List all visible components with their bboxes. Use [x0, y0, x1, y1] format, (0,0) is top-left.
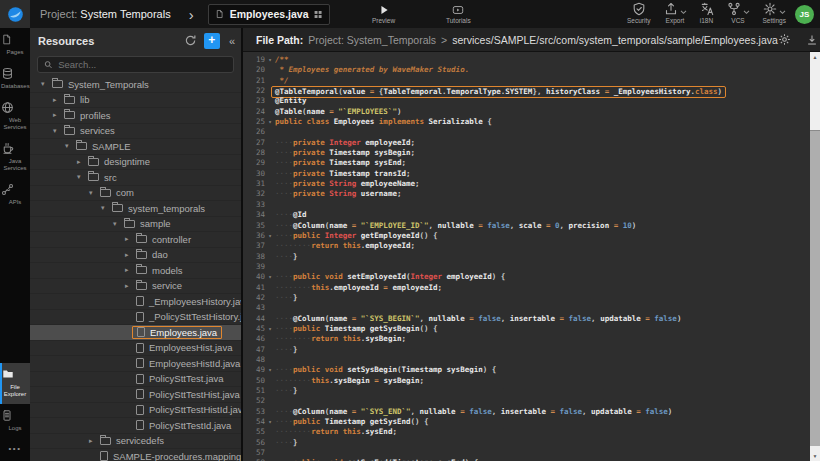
code-line-23[interactable]: 23@Entity: [243, 96, 810, 106]
code-line-20[interactable]: 20 * Employees generated by WaveMaker St…: [243, 65, 810, 75]
code-line-42[interactable]: 42····}: [243, 293, 810, 303]
rail-item-apis[interactable]: APIs: [0, 178, 30, 212]
i18n-button[interactable]: i18N: [700, 2, 714, 24]
user-avatar[interactable]: JS: [795, 5, 814, 24]
collapse-arrow-icon[interactable]: ▾: [41, 80, 52, 88]
fold-arrow-icon[interactable]: ▾: [265, 231, 275, 241]
tree-item-lib[interactable]: ▸lib: [30, 93, 241, 109]
code-line-55[interactable]: 55········return this.sysEnd;: [243, 427, 810, 437]
tree-item-sample[interactable]: ▾sample: [30, 217, 241, 233]
code-line-48[interactable]: 48: [243, 355, 810, 365]
rail-item-file-explorer[interactable]: File Explorer: [0, 363, 30, 404]
code-line-50[interactable]: 50········this.sysBegin = sysBegin;: [243, 376, 810, 386]
preview-button[interactable]: Preview: [372, 2, 395, 24]
rail-item-java-services[interactable]: Java Services: [0, 137, 30, 178]
tree-item-policystttest-java[interactable]: PolicySttTest.java: [30, 372, 241, 388]
code-line-38[interactable]: 38····}: [243, 252, 810, 262]
export-button[interactable]: Export: [664, 2, 687, 24]
tree-item-system-temporals[interactable]: ▾system_temporals: [30, 201, 241, 217]
tree-item--policystttesthistory-java[interactable]: _PolicySttTestHistory.java: [30, 310, 241, 326]
rail-more-button[interactable]: •••: [0, 438, 30, 461]
tree-item--employeeshistory-java[interactable]: _EmployeesHistory.java: [30, 294, 241, 310]
tree-item-sample[interactable]: ▾SAMPLE: [30, 139, 241, 155]
tree-item-servicedefs[interactable]: ▸servicedefs: [30, 434, 241, 450]
fold-arrow-icon[interactable]: ▾: [265, 324, 275, 334]
add-resource-button[interactable]: +: [204, 33, 220, 49]
collapse-arrow-icon[interactable]: ▾: [113, 220, 124, 228]
code-line-36[interactable]: 36▾····public Integer getEmployeeId() {: [243, 231, 810, 241]
code-line-34[interactable]: 34····@Id: [243, 210, 810, 220]
code-line-54[interactable]: 54▾····public Timestamp getSysEnd() {: [243, 417, 810, 427]
code-line-40[interactable]: 40▾····public void setEmployeeId(Integer…: [243, 272, 810, 282]
code-line-27[interactable]: 27····private Integer employeeId;: [243, 138, 810, 148]
fold-arrow-icon[interactable]: ▾: [265, 55, 275, 65]
expand-arrow-icon[interactable]: ▸: [125, 282, 136, 290]
tutorials-button[interactable]: Tutorials: [446, 2, 471, 24]
tree-item-policystttestid-java[interactable]: PolicySttTestId.java: [30, 418, 241, 434]
code-line-53[interactable]: 53····@Column(name = "`SYS_END`", nullab…: [243, 407, 810, 417]
security-button[interactable]: Security: [627, 2, 650, 24]
editor-scrollbar[interactable]: ▲ ▼: [810, 52, 820, 461]
code-line-33[interactable]: 33: [243, 200, 810, 210]
refresh-icon[interactable]: [184, 34, 197, 47]
code-line-37[interactable]: 37········return this.employeeId;: [243, 241, 810, 251]
fold-arrow-icon[interactable]: ▾: [265, 417, 275, 427]
scrollbar-thumb[interactable]: [810, 130, 820, 446]
collapse-arrow-icon[interactable]: ▾: [77, 173, 88, 181]
tree-item-controller[interactable]: ▸controller: [30, 232, 241, 248]
code-line-29[interactable]: 29····private Timestamp sysEnd;: [243, 158, 810, 168]
tree-item-service[interactable]: ▸service: [30, 279, 241, 295]
expand-arrow-icon[interactable]: ▸: [125, 251, 136, 259]
tree-item-policystttesthistid-java[interactable]: PolicySttTestHistId.java: [30, 403, 241, 419]
code-line-25[interactable]: 25▾public class Employees implements Ser…: [243, 117, 810, 127]
tree-item-policystttesthist-java[interactable]: PolicySttTestHist.java: [30, 387, 241, 403]
code-line-47[interactable]: 47····}: [243, 345, 810, 355]
rail-item-web-services[interactable]: Web Services: [0, 96, 30, 137]
tree-item-designtime[interactable]: ▸designtime: [30, 155, 241, 171]
tree-item-profiles[interactable]: ▸profiles: [30, 108, 241, 124]
rail-item-logs[interactable]: Logs: [0, 404, 30, 438]
tree-item-dao[interactable]: ▸dao: [30, 248, 241, 264]
tab-employees-java[interactable]: Employees.java: [208, 4, 330, 25]
search-input[interactable]: [58, 59, 227, 70]
expand-arrow-icon[interactable]: ▸: [77, 158, 88, 166]
code-line-26[interactable]: 26: [243, 127, 810, 137]
collapse-arrow-icon[interactable]: ▾: [89, 189, 100, 197]
tree-item-services[interactable]: ▾services: [30, 124, 241, 140]
vcs-button[interactable]: VCS: [727, 2, 750, 24]
tree-item-system-temporals[interactable]: ▾System_Temporals: [30, 77, 241, 93]
editor-settings-gear-icon[interactable]: [778, 33, 791, 46]
code-line-51[interactable]: 51····}: [243, 386, 810, 396]
tree-item-com[interactable]: ▾com: [30, 186, 241, 202]
collapse-arrow-icon[interactable]: ▾: [101, 204, 112, 212]
collapse-arrow-icon[interactable]: ▾: [65, 142, 76, 150]
code-line-44[interactable]: 44····@Column(name = "`SYS_BEGIN`", null…: [243, 314, 810, 324]
code-line-43[interactable]: 43: [243, 303, 810, 313]
fold-arrow-icon[interactable]: ▾: [265, 365, 275, 375]
download-file-icon[interactable]: [806, 34, 818, 46]
code-line-30[interactable]: 30····private Timestamp transId;: [243, 169, 810, 179]
expand-arrow-icon[interactable]: ▸: [125, 235, 136, 243]
collapse-arrow-icon[interactable]: ▾: [53, 127, 64, 135]
code-line-21[interactable]: 21 */: [243, 76, 810, 86]
tree-item-employeeshistid-java[interactable]: EmployeesHistId.java: [30, 356, 241, 372]
expand-arrow-icon[interactable]: ▸: [53, 96, 64, 104]
code-line-41[interactable]: 41········this.employeeId = employeeId;: [243, 283, 810, 293]
tree-item-employeeshist-java[interactable]: EmployeesHist.java: [30, 341, 241, 357]
tree-item-models[interactable]: ▸models: [30, 263, 241, 279]
scroll-down-arrow-icon[interactable]: ▼: [810, 451, 820, 461]
code-line-19[interactable]: 19▾/**: [243, 55, 810, 65]
tree-item-employees-java[interactable]: Employees.java: [30, 325, 241, 341]
code-line-32[interactable]: 32····private String username;: [243, 189, 810, 199]
code-line-39[interactable]: 39: [243, 262, 810, 272]
expand-arrow-icon[interactable]: ▸: [89, 437, 100, 445]
code-line-22[interactable]: 22@TableTemporal(value = {TableTemporal.…: [243, 86, 810, 96]
rail-item-pages[interactable]: Pages: [0, 28, 30, 62]
rail-item-databases[interactable]: Databases: [0, 62, 30, 96]
code-line-46[interactable]: 46········return this.sysBegin;: [243, 334, 810, 344]
code-line-49[interactable]: 49▾····public void setSysBegin(Timestamp…: [243, 365, 810, 375]
wavemaker-logo-icon[interactable]: [0, 0, 30, 28]
scroll-up-arrow-icon[interactable]: ▲: [810, 52, 820, 62]
expand-arrow-icon[interactable]: ▸: [53, 111, 64, 119]
code-line-35[interactable]: 35····@Column(name = "`EMPLOYEE_ID`", nu…: [243, 221, 810, 231]
